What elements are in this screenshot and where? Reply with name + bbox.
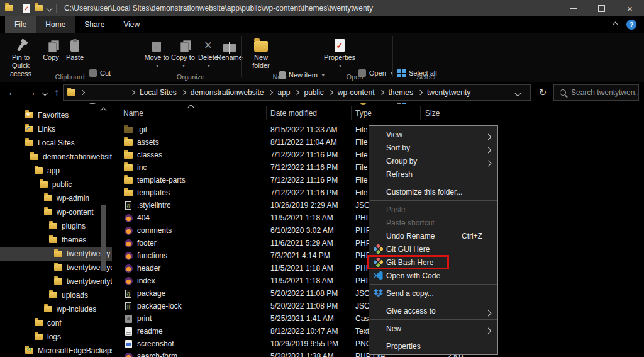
file-type-icon — [123, 139, 133, 146]
tab-view[interactable]: View — [114, 16, 149, 33]
tab-home[interactable]: Home — [36, 16, 75, 33]
folder-icon — [49, 237, 57, 243]
sidebar-item-links[interactable]: Links — [0, 122, 112, 136]
menu-item-customize-this-folder[interactable]: Customize this folder... — [369, 185, 497, 198]
menu-item-git-gui-here[interactable]: Git GUI Here — [369, 242, 497, 256]
search-input[interactable]: Search twentytwen... — [553, 84, 639, 101]
column-divider[interactable] — [266, 106, 267, 120]
sidebar-item-wp-content[interactable]: wp-content — [0, 205, 112, 219]
sidebar-item-uploads[interactable]: uploads — [0, 288, 112, 302]
menu-item-paste-shortcut[interactable]: Paste shortcut — [369, 216, 497, 229]
copy-to-icon — [178, 40, 188, 52]
rename-button[interactable]: Rename — [219, 35, 240, 62]
copy-to-button[interactable]: Copy to — [170, 35, 196, 70]
move-to-button[interactable]: ← Move to — [143, 35, 170, 70]
menu-item-send-a-copy[interactable]: Send a copy... — [369, 286, 497, 300]
new-folder-quick-icon[interactable] — [35, 5, 43, 11]
help-icon[interactable]: ? — [626, 20, 636, 30]
sidebar-item-wp-includes[interactable]: wp-includes — [0, 302, 112, 316]
copy-button[interactable]: Copy — [39, 35, 63, 62]
refresh-icon[interactable]: ↻ — [535, 84, 551, 101]
sidebar-item-favorites[interactable]: Favorites — [0, 108, 112, 122]
sidebar-item-conf[interactable]: conf — [0, 316, 112, 330]
folder-icon — [35, 334, 43, 340]
breadcrumb-segment-demonstrationwebsite[interactable]: demonstrationwebsite — [186, 88, 269, 97]
column-divider[interactable] — [351, 106, 352, 120]
group-label-select: Select — [393, 73, 459, 81]
breadcrumb-segment-public[interactable]: public — [299, 88, 328, 97]
menu-item-group-by[interactable]: Group by — [369, 154, 497, 167]
menu-item-git-bash-here[interactable]: Git Bash Here — [369, 256, 497, 269]
menu-item-open-with-code[interactable]: Open with Code — [369, 269, 497, 282]
sidebar-item-wp-admin[interactable]: wp-admin — [0, 191, 112, 205]
sidebar-item-public[interactable]: public — [0, 178, 112, 191]
column-header-name[interactable]: Name — [123, 109, 143, 118]
new-folder-button[interactable]: New folder — [247, 35, 275, 70]
menu-item-paste[interactable]: Paste — [369, 203, 497, 216]
menu-item-label: New — [386, 324, 401, 333]
breadcrumb-chevron-icon — [418, 90, 423, 95]
menu-item-new[interactable]: New — [369, 322, 497, 335]
sidebar-scrollbar-thumb[interactable] — [101, 205, 106, 271]
forward-button[interactable]: → — [26, 82, 36, 103]
breadcrumb-chevron-icon — [130, 90, 135, 95]
delete-button[interactable]: × Delete — [196, 35, 220, 70]
maximize-button[interactable] — [587, 0, 616, 16]
tab-file[interactable]: File — [5, 16, 36, 33]
breadcrumb-segment-themes[interactable]: themes — [384, 88, 418, 97]
sidebar-item-twentytwentyone[interactable]: twentytwentyone — [0, 261, 112, 275]
menu-item-give-access-to[interactable]: Give access to — [369, 304, 497, 317]
folder-icon — [124, 190, 133, 196]
file-date-modified: 7/12/2022 11:16 PM — [270, 188, 355, 197]
sidebar-item-demonstrationwebsite[interactable]: demonstrationwebsite — [0, 150, 112, 164]
window-title-path: C:\Users\user\Local Sites\demonstrationw… — [64, 4, 373, 13]
back-button[interactable]: ← — [8, 82, 18, 103]
address-dropdown-chevron-icon[interactable] — [515, 91, 521, 97]
dropbox-icon — [373, 288, 383, 298]
menu-item-sort-by[interactable]: Sort by — [369, 141, 497, 154]
column-divider[interactable] — [420, 106, 421, 120]
recent-locations-chevron-icon[interactable] — [43, 91, 47, 95]
menu-item-undo-rename[interactable]: Undo RenameCtrl+Z — [369, 229, 497, 242]
folder-icon — [44, 306, 52, 312]
navigation-pane: FavoritesLinksLocal Sitesdemonstrationwe… — [0, 103, 112, 357]
menu-item-properties[interactable]: Properties — [369, 339, 497, 353]
column-header-date-modified[interactable]: Date modified — [270, 109, 317, 118]
file-date-modified: 5/20/2022 11:08 PM — [270, 302, 355, 310]
copy-label: Copy — [43, 54, 59, 62]
sidebar-item-twentytwentytwo[interactable]: twentytwentytwo — [0, 275, 112, 288]
pin-to-quick-access-button[interactable]: Pin to Quick access — [3, 35, 39, 78]
menu-item-refresh[interactable]: Refresh — [369, 167, 497, 181]
group-separator — [140, 36, 140, 77]
column-header-size[interactable]: Size — [425, 109, 440, 118]
breadcrumb-bar[interactable]: Local Sitesdemonstrationwebsiteapppublic… — [63, 84, 531, 101]
sidebar-item-twentytwenty[interactable]: twentytwenty — [0, 247, 112, 261]
breadcrumb-segment-wp-content[interactable]: wp-content — [333, 88, 379, 97]
sidebar-item-app[interactable]: app — [0, 164, 112, 178]
sidebar-item-logs[interactable]: logs — [0, 330, 112, 344]
customize-quick-access-chevron-icon[interactable] — [47, 5, 53, 11]
properties-icon — [335, 39, 345, 52]
breadcrumb-segment-local-sites[interactable]: Local Sites — [135, 88, 181, 97]
paste-button[interactable]: Paste — [63, 35, 87, 62]
breadcrumb-chevron-icon — [268, 90, 273, 95]
file-date-modified: 10/29/2019 9:55 PM — [270, 339, 355, 348]
properties-quick-icon[interactable] — [23, 4, 30, 13]
breadcrumb-segment-app[interactable]: app — [273, 88, 294, 97]
close-button[interactable]: × — [616, 0, 644, 16]
column-header-type[interactable]: Type — [355, 109, 372, 118]
menu-item-view[interactable]: View — [369, 128, 497, 141]
breadcrumb-segment-twentytwenty[interactable]: twentytwenty — [423, 88, 475, 97]
file-date-modified: 7/12/2022 11:16 PM — [270, 176, 355, 184]
properties-button[interactable]: Properties — [323, 35, 356, 70]
sidebar-item-themes[interactable]: themes — [0, 233, 112, 247]
sidebar-item-local-sites[interactable]: Local Sites — [0, 136, 112, 150]
column-divider[interactable] — [467, 106, 467, 120]
minimize-button[interactable] — [559, 0, 587, 16]
up-button[interactable]: ↑ — [54, 82, 59, 103]
file-name: package-lock — [137, 302, 270, 310]
sidebar-item-microsoftedgebackups[interactable]: MicrosoftEdgeBackups — [0, 344, 112, 357]
collapse-ribbon-chevron-icon[interactable] — [613, 21, 619, 28]
sidebar-item-plugins[interactable]: plugins — [0, 219, 112, 233]
tab-share[interactable]: Share — [75, 16, 114, 33]
